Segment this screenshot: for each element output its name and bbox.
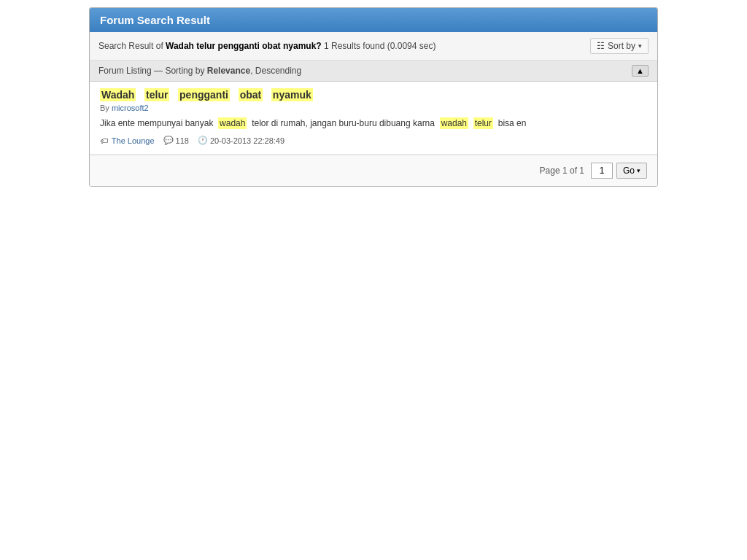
search-info-bar: Search Result of Wadah telur pengganti o… bbox=[90, 32, 657, 61]
title-word-1: Wadah bbox=[100, 88, 136, 101]
datetime: 🕐 20-03-2013 22:28:49 bbox=[198, 136, 285, 145]
result-meta: 🏷 The Lounge 💬 118 🕐 20-03-2013 22:28:49 bbox=[100, 136, 647, 145]
snippet-highlight-2: wadah bbox=[440, 117, 468, 129]
result-title: Wadah telur pengganti obat nyamuk bbox=[100, 89, 647, 101]
listing-bar-text: Forum Listing — Sorting by Relevance, De… bbox=[98, 66, 301, 76]
pagination-bar: Page 1 of 1 Go ▾ bbox=[90, 155, 657, 186]
sort-arrow-icon: ▾ bbox=[638, 42, 642, 50]
title-word-4: obat bbox=[239, 88, 263, 101]
datetime-value: 20-03-2013 22:28:49 bbox=[210, 136, 285, 145]
search-prefix: Search Result of bbox=[98, 41, 163, 51]
search-query: Wadah telur pengganti obat nyamuk? bbox=[166, 41, 322, 51]
snippet-after: bisa en bbox=[498, 118, 527, 128]
listing-bar: Forum Listing — Sorting by Relevance, De… bbox=[90, 61, 657, 82]
panel-title: Forum Search Result bbox=[100, 14, 210, 26]
search-info-text: Search Result of Wadah telur pengganti o… bbox=[98, 41, 436, 51]
listing-sort-label: Sorting by bbox=[165, 66, 204, 76]
tag-icon: 🏷 bbox=[100, 136, 108, 145]
title-word-2: telur bbox=[144, 88, 169, 101]
result-snippet: Jika ente mempunyai banyak wadah telor d… bbox=[100, 117, 647, 130]
result-item: Wadah telur pengganti obat nyamuk By mic… bbox=[90, 82, 657, 155]
result-by: By microsoft2 bbox=[100, 104, 647, 112]
snippet-highlight-3: telur bbox=[473, 117, 493, 129]
page-info: Page 1 of 1 bbox=[540, 166, 584, 176]
listing-sort-field: Relevance bbox=[207, 66, 250, 76]
go-button[interactable]: Go ▾ bbox=[616, 163, 647, 179]
go-label: Go bbox=[623, 166, 635, 176]
page-input[interactable] bbox=[591, 163, 613, 179]
comment-count-value: 118 bbox=[176, 136, 189, 145]
sort-by-label: Sort by bbox=[608, 41, 635, 51]
title-word-3: pengganti bbox=[178, 88, 230, 101]
tag-link[interactable]: The Lounge bbox=[112, 136, 155, 145]
search-results-count: 1 Results found (0.0094 sec) bbox=[324, 41, 436, 51]
listing-prefix: Forum Listing bbox=[98, 66, 152, 76]
title-word-5: nyamuk bbox=[271, 88, 313, 101]
by-label: By bbox=[100, 104, 109, 112]
comment-icon: 💬 bbox=[163, 136, 174, 145]
grid-icon: ☷ bbox=[597, 41, 605, 51]
comment-count: 💬 118 bbox=[163, 136, 189, 145]
snippet-highlight-1: wadah bbox=[218, 117, 247, 129]
listing-sort-order: , Descending bbox=[250, 66, 301, 76]
forum-search-panel: Forum Search Result Search Result of Wad… bbox=[89, 7, 658, 187]
go-arrow-icon: ▾ bbox=[637, 167, 640, 174]
listing-collapse-button[interactable]: ▲ bbox=[632, 65, 649, 77]
snippet-before: Jika ente mempunyai banyak bbox=[100, 118, 213, 128]
panel-header: Forum Search Result bbox=[90, 8, 657, 32]
author-link[interactable]: microsoft2 bbox=[112, 104, 149, 112]
tag-container: 🏷 The Lounge bbox=[100, 136, 155, 145]
listing-em-dash: — bbox=[154, 66, 165, 76]
snippet-middle: telor di rumah, jangan buru-buru dibuang… bbox=[252, 118, 435, 128]
clock-icon: 🕐 bbox=[198, 136, 208, 145]
sort-by-button[interactable]: ☷ Sort by ▾ bbox=[590, 38, 649, 54]
